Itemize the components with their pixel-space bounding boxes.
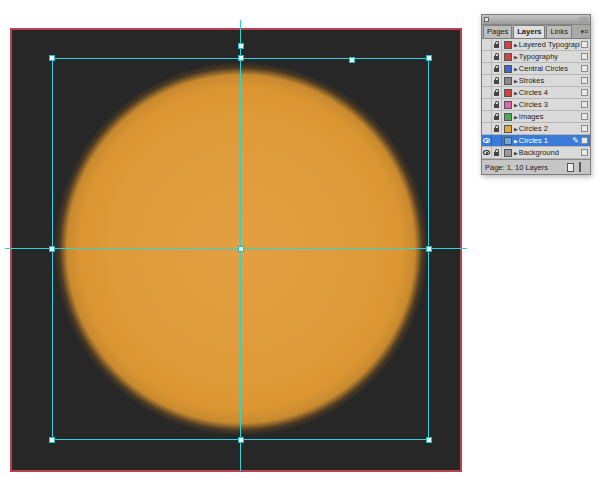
layer-row-background[interactable]: ▶Background [482, 147, 590, 159]
lock-icon [494, 128, 499, 132]
disclosure-triangle-icon[interactable]: ▶ [514, 138, 518, 144]
selection-handle-mid-left[interactable] [49, 246, 55, 252]
layer-color-swatch [504, 113, 512, 121]
layer-select-box[interactable] [581, 77, 588, 84]
selection-handle-bottom-center[interactable] [238, 437, 244, 443]
layer-color-swatch [504, 89, 512, 97]
layers-status-text: Page: 1, 10 Layers [485, 163, 567, 172]
disclosure-triangle-icon[interactable]: ▶ [514, 102, 518, 108]
selection-handle-top-center[interactable] [238, 55, 244, 61]
disclosure-triangle-icon[interactable]: ▶ [514, 66, 518, 72]
selection-handle-bottom-right[interactable] [426, 437, 432, 443]
layer-name[interactable]: Circles 4 [519, 88, 580, 97]
layer-name[interactable]: Typography [519, 52, 580, 61]
visibility-toggle[interactable] [482, 147, 492, 158]
selection-handle-top-left[interactable] [49, 55, 55, 61]
lock-icon [494, 116, 499, 120]
disclosure-triangle-icon[interactable]: ▶ [514, 150, 518, 156]
layer-name[interactable]: Circles 3 [519, 100, 580, 109]
new-layer-button[interactable] [567, 163, 574, 172]
layer-name[interactable]: Circles 2 [519, 124, 580, 133]
panel-titlebar[interactable] [482, 15, 590, 25]
panel-close-button[interactable] [484, 17, 489, 22]
layer-color-swatch [504, 149, 512, 157]
disclosure-triangle-icon[interactable]: ▶ [514, 90, 518, 96]
layer-select-box[interactable] [581, 89, 588, 96]
layer-row-images[interactable]: ▶Images [482, 111, 590, 123]
layer-row-layered-typography[interactable]: ▶Layered Typography [482, 39, 590, 51]
layer-color-swatch [504, 41, 512, 49]
visibility-toggle[interactable] [482, 51, 492, 62]
lock-toggle[interactable] [492, 51, 502, 62]
layer-color-swatch [504, 65, 512, 73]
visibility-toggle[interactable] [482, 135, 492, 146]
lock-toggle[interactable] [492, 99, 502, 110]
visibility-toggle[interactable] [482, 75, 492, 86]
layer-select-box[interactable] [581, 65, 588, 72]
layer-row-circles-2[interactable]: ▶Circles 2 [482, 123, 590, 135]
visibility-toggle[interactable] [482, 111, 492, 122]
visibility-toggle[interactable] [482, 99, 492, 110]
layer-select-box[interactable] [581, 125, 588, 132]
layer-row-strokes[interactable]: ▶Strokes [482, 75, 590, 87]
tab-layers[interactable]: Layers [513, 25, 545, 38]
layers-panel: Pages Layers Links ▾≡ ▶Layered Typograph… [481, 14, 591, 175]
tab-pages[interactable]: Pages [483, 25, 512, 38]
disclosure-triangle-icon[interactable]: ▶ [514, 78, 518, 84]
layer-name[interactable]: Strokes [519, 76, 580, 85]
layers-list: ▶Layered Typography▶Typography▶Central C… [482, 39, 590, 159]
layer-row-central-circles[interactable]: ▶Central Circles [482, 63, 590, 75]
selection-handle-top-right[interactable] [426, 55, 432, 61]
visibility-toggle[interactable] [482, 63, 492, 74]
selection-handle-bottom-left[interactable] [49, 437, 55, 443]
lock-icon [494, 80, 499, 84]
layer-select-box[interactable] [581, 137, 588, 144]
layer-row-typography[interactable]: ▶Typography [482, 51, 590, 63]
visibility-toggle[interactable] [482, 39, 492, 50]
layer-select-box[interactable] [581, 149, 588, 156]
lock-icon [494, 68, 499, 72]
lock-toggle[interactable] [492, 75, 502, 86]
layer-select-box[interactable] [581, 101, 588, 108]
lock-icon [494, 44, 499, 48]
selection-handle-reference[interactable] [238, 43, 244, 49]
lock-icon [494, 152, 499, 156]
tab-links[interactable]: Links [546, 25, 572, 38]
layer-select-box[interactable] [581, 53, 588, 60]
layer-color-swatch [504, 125, 512, 133]
selection-handle-mid-right[interactable] [426, 246, 432, 252]
panel-tabs: Pages Layers Links ▾≡ [482, 25, 590, 39]
layer-name[interactable]: Images [519, 112, 580, 121]
layer-color-swatch [504, 53, 512, 61]
lock-toggle[interactable] [492, 135, 502, 146]
layer-select-box[interactable] [581, 113, 588, 120]
layer-name[interactable]: Background [519, 148, 580, 157]
layer-select-box[interactable] [581, 41, 588, 48]
lock-toggle[interactable] [492, 123, 502, 134]
visibility-toggle[interactable] [482, 123, 492, 134]
disclosure-triangle-icon[interactable]: ▶ [514, 42, 518, 48]
lock-toggle[interactable] [492, 111, 502, 122]
layer-color-swatch [504, 137, 512, 145]
selection-handle-extra[interactable] [349, 57, 355, 63]
selection-handle-center[interactable] [238, 246, 244, 252]
disclosure-triangle-icon[interactable]: ▶ [514, 54, 518, 60]
lock-toggle[interactable] [492, 39, 502, 50]
layer-name[interactable]: Circles 1 [519, 136, 572, 145]
lock-icon [494, 92, 499, 96]
visibility-toggle[interactable] [482, 87, 492, 98]
delete-layer-button[interactable] [579, 162, 586, 172]
disclosure-triangle-icon[interactable]: ▶ [514, 126, 518, 132]
layer-row-circles-1[interactable]: ▶Circles 1✎ [482, 135, 590, 147]
pen-indicator-icon: ✎ [572, 137, 579, 145]
layer-name[interactable]: Layered Typography [519, 40, 580, 49]
layer-name[interactable]: Central Circles [519, 64, 580, 73]
panel-menu-icon[interactable]: ▾≡ [580, 28, 588, 35]
lock-toggle[interactable] [492, 63, 502, 74]
layer-row-circles-3[interactable]: ▶Circles 3 [482, 99, 590, 111]
lock-toggle[interactable] [492, 147, 502, 158]
disclosure-triangle-icon[interactable]: ▶ [514, 114, 518, 120]
lock-toggle[interactable] [492, 87, 502, 98]
layer-row-circles-4[interactable]: ▶Circles 4 [482, 87, 590, 99]
panel-status-bar: Page: 1, 10 Layers [482, 159, 590, 174]
